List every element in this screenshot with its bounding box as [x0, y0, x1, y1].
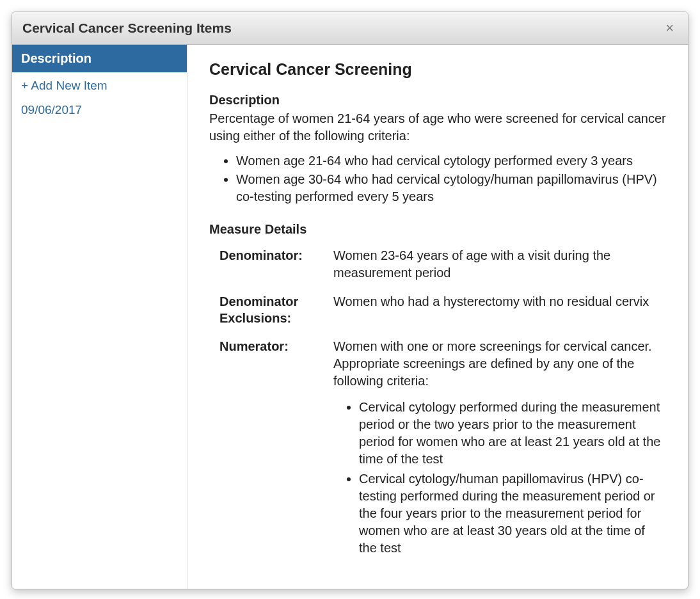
dialog-title: Cervical Cancer Screening Items — [22, 20, 232, 36]
denom-excl-label: Denominator Exclusions: — [219, 293, 322, 326]
sidebar: Description + Add New Item 09/06/2017 — [12, 45, 187, 589]
list-item: Cervical cytology performed during the m… — [359, 399, 666, 468]
list-item: Women age 30-64 who had cervical cytolog… — [236, 171, 666, 205]
denominator-label: Denominator: — [219, 247, 322, 282]
numerator-label: Numerator: — [219, 338, 322, 559]
numerator-cell: Women with one or more screenings for ce… — [333, 338, 666, 559]
description-text: Percentage of women 21-64 years of age w… — [209, 110, 666, 145]
dialog-body: Description + Add New Item 09/06/2017 Ce… — [12, 45, 688, 589]
list-item: Women age 21-64 who had cervical cytolog… — [236, 152, 666, 170]
measure-details-label: Measure Details — [209, 222, 666, 237]
measure-details: Denominator: Women 23-64 years of age wi… — [219, 247, 666, 559]
dialog: Cervical Cancer Screening Items × Descri… — [12, 12, 688, 589]
denominator-text: Women 23-64 years of age with a visit du… — [333, 247, 666, 282]
sidebar-item-description[interactable]: Description — [12, 45, 187, 72]
content-heading: Cervical Cancer Screening — [209, 60, 666, 79]
titlebar: Cervical Cancer Screening Items × — [12, 12, 688, 45]
sidebar-item-date[interactable]: 09/06/2017 — [12, 95, 187, 120]
list-item: Cervical cytology/human papillomavirus (… — [359, 470, 666, 557]
description-label: Description — [209, 93, 666, 108]
add-new-item-link[interactable]: + Add New Item — [12, 72, 187, 95]
criteria-list: Women age 21-64 who had cervical cytolog… — [209, 152, 666, 205]
content-panel: Cervical Cancer Screening Description Pe… — [187, 45, 688, 589]
denom-excl-text: Women who had a hysterectomy with no res… — [333, 293, 666, 326]
close-icon[interactable]: × — [662, 19, 678, 38]
numerator-intro: Women with one or more screenings for ce… — [333, 339, 652, 388]
numerator-criteria-list: Cervical cytology performed during the m… — [333, 399, 666, 557]
